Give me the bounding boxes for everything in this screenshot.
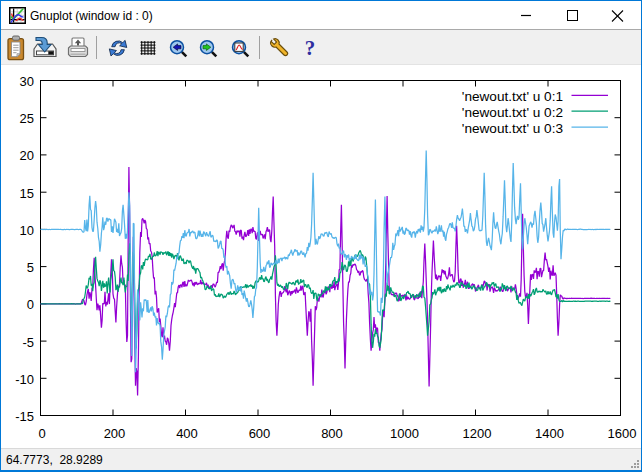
svg-text:1400: 1400 (535, 426, 564, 441)
svg-text:-10: -10 (15, 372, 34, 387)
svg-text:15: 15 (20, 186, 34, 201)
svg-text:1200: 1200 (463, 426, 492, 441)
svg-text:1000: 1000 (390, 426, 419, 441)
svg-text:1600: 1600 (608, 426, 637, 441)
svg-text:0: 0 (27, 297, 34, 312)
svg-text:30: 30 (20, 74, 34, 89)
svg-text:'newout.txt' u 0:3: 'newout.txt' u 0:3 (462, 121, 563, 136)
svg-text:-5: -5 (22, 335, 34, 350)
svg-text:'newout.txt' u 0:2: 'newout.txt' u 0:2 (462, 105, 563, 120)
svg-text:10: 10 (20, 223, 34, 238)
svg-text:5: 5 (27, 260, 34, 275)
svg-text:600: 600 (249, 426, 271, 441)
svg-text:'newout.txt' u 0:1: 'newout.txt' u 0:1 (462, 89, 563, 104)
svg-text:20: 20 (20, 148, 34, 163)
svg-text:25: 25 (20, 111, 34, 126)
svg-text:400: 400 (176, 426, 198, 441)
svg-text:800: 800 (321, 426, 343, 441)
svg-text:200: 200 (104, 426, 126, 441)
svg-text:-15: -15 (15, 409, 34, 424)
svg-text:0: 0 (38, 426, 45, 441)
